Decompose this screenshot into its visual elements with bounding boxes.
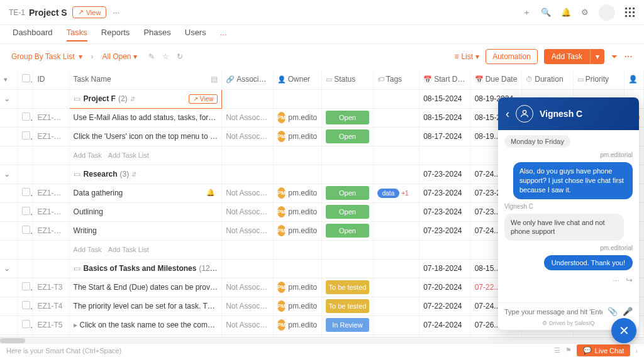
col-due[interactable]: 📅Due Date (470, 69, 522, 89)
tab-users[interactable]: Users (185, 28, 206, 41)
add-icon[interactable]: ＋ (523, 7, 531, 18)
task-tags[interactable] (373, 202, 419, 221)
task-associate[interactable]: Not Associated (222, 297, 274, 316)
status-chip[interactable]: Open (326, 129, 369, 143)
task-tags[interactable] (373, 316, 419, 334)
search-icon[interactable]: 🔍 (541, 8, 551, 17)
view-badge[interactable]: ↗ View (72, 6, 107, 18)
chat-back-icon[interactable]: ‹ (506, 107, 509, 121)
checkbox[interactable] (22, 282, 30, 290)
col-associate[interactable]: 🔗Associate... (222, 69, 274, 89)
col-check[interactable] (18, 69, 33, 89)
task-name-cell[interactable]: The priority level can be set for a task… (69, 297, 222, 316)
checkbox[interactable] (22, 301, 30, 309)
checkbox[interactable] (22, 113, 30, 121)
gear-icon[interactable]: ⚙ (581, 8, 589, 17)
task-name-cell[interactable]: Use E-Mail Alias to add status, tasks, f… (69, 108, 222, 127)
add-task-link[interactable]: Add Task (74, 246, 102, 253)
task-name-cell[interactable]: The Start & End (Due) dates can be provi… (69, 278, 222, 297)
task-associate[interactable]: Not Associated (222, 184, 274, 202)
task-owner[interactable]: PMpm.editori... (273, 127, 321, 146)
checkbox[interactable] (22, 188, 30, 196)
task-tags[interactable] (373, 278, 419, 297)
task-name-cell[interactable]: Writing (69, 221, 222, 240)
header-more-icon[interactable]: ··· (113, 8, 119, 17)
task-associate[interactable]: Not Associated (222, 221, 274, 240)
mic-icon[interactable]: 🎤 (623, 307, 633, 316)
col-status[interactable]: ▭Status (322, 69, 374, 89)
task-tags[interactable] (373, 127, 419, 146)
automation-button[interactable]: Automation (486, 49, 538, 64)
task-tags[interactable]: data+1 (373, 184, 419, 202)
status-chip[interactable]: To be tested (326, 280, 369, 294)
status-chip[interactable]: Open (326, 224, 369, 238)
col-expand[interactable]: ▾ (0, 69, 18, 89)
filter-icon[interactable]: ⏷ (611, 52, 618, 61)
col-owner[interactable]: 👤Owner (273, 69, 321, 89)
status-chip[interactable]: Open (326, 205, 369, 219)
task-associate[interactable]: Not Associated (222, 278, 274, 297)
task-name-cell[interactable]: Outlining (69, 202, 222, 221)
group-by-selector[interactable]: Group By Task List ▾ (11, 52, 82, 61)
tab-more-icon[interactable]: ··· (220, 30, 227, 39)
add-task-button[interactable]: Add Task (544, 49, 590, 64)
tab-reports[interactable]: Reports (101, 28, 130, 41)
toolbar-more-icon[interactable]: ··· (625, 52, 633, 61)
task-associate[interactable]: Not Associated (222, 316, 274, 334)
apps-grid-icon[interactable] (625, 8, 635, 18)
pencil-icon[interactable]: ✎ (148, 52, 155, 61)
task-owner[interactable]: PMpm.editori... (273, 297, 321, 316)
project-name[interactable]: Project S (29, 8, 67, 18)
view-mode-list[interactable]: ≡ List ▾ (454, 52, 479, 61)
task-owner[interactable]: PMpm.editori... (273, 202, 321, 221)
task-tags[interactable] (373, 108, 419, 127)
col-task-name[interactable]: Task Name ▤ (69, 69, 222, 89)
milestone-name-cell[interactable]: ▭Research(3)⇵ (69, 165, 222, 184)
refresh-icon[interactable]: ↻ (177, 52, 183, 61)
add-tasklist-link[interactable]: Add Task List (108, 246, 149, 253)
task-name-cell[interactable]: ▸Click on the task name to see the compl… (69, 316, 222, 334)
task-tags[interactable] (373, 297, 419, 316)
live-chat-button[interactable]: 💬 Live Chat (577, 344, 630, 356)
status-chip[interactable]: Open (326, 111, 369, 124)
checkbox[interactable] (22, 320, 30, 328)
col-trailing[interactable]: 👤 (625, 69, 644, 89)
bottom-list-icon[interactable]: ☰ (554, 346, 560, 354)
star-icon[interactable]: ☆ (162, 52, 169, 61)
task-associate[interactable]: Not Associated (222, 108, 274, 127)
status-chip[interactable]: To be tested (326, 299, 369, 313)
chat-forward-icon[interactable]: ↪ (626, 275, 633, 285)
milestone-name-cell[interactable]: ▭Basics of Tasks and Milestones(12)⇵ (69, 259, 222, 278)
tab-tasks[interactable]: Tasks (67, 28, 87, 41)
col-start[interactable]: 📅Start Date (419, 69, 471, 89)
checkbox[interactable] (22, 226, 30, 234)
add-task-link[interactable]: Add Task (74, 151, 102, 159)
attach-icon[interactable]: 📎 (608, 307, 618, 316)
chevron-down-icon[interactable]: ⌄ (0, 89, 18, 108)
task-associate[interactable]: Not Associated (222, 127, 274, 146)
checkbox[interactable] (22, 131, 30, 140)
milestone-name-cell[interactable]: ▭Project F(2)⇵↗ View (69, 89, 222, 108)
col-priority[interactable]: ▭Priority (573, 69, 625, 89)
col-id[interactable]: ID (33, 69, 69, 89)
chat-close-fab[interactable]: ✕ (611, 318, 636, 343)
task-owner[interactable]: PMpm.editori... (273, 221, 321, 240)
status-chip[interactable]: Open (326, 186, 369, 200)
bottom-more-icon[interactable]: › (635, 347, 638, 354)
status-chip[interactable]: In Review (326, 318, 369, 332)
task-owner[interactable]: PMpm.editori... (273, 278, 321, 297)
add-task-dropdown[interactable]: ▾ (590, 49, 604, 64)
task-owner[interactable]: PMpm.editori... (273, 316, 321, 334)
bell-icon[interactable]: 🔔 (561, 8, 571, 17)
checkbox[interactable] (22, 207, 30, 215)
filter-all-open[interactable]: All Open ▾ (103, 52, 137, 61)
task-name-cell[interactable]: Data gathering🔔 (69, 184, 222, 202)
col-duration[interactable]: ⏱Duration (522, 69, 574, 89)
chevron-down-icon[interactable]: ⌄ (0, 259, 18, 278)
avatar[interactable] (599, 4, 615, 21)
tab-dashboard[interactable]: Dashboard (13, 28, 53, 41)
task-name-cell[interactable]: Click the 'Users' icon on the top menu t… (69, 127, 222, 146)
add-tasklist-link[interactable]: Add Task List (108, 151, 149, 159)
task-tags[interactable] (373, 221, 419, 240)
col-tags[interactable]: 🏷Tags (373, 69, 419, 89)
